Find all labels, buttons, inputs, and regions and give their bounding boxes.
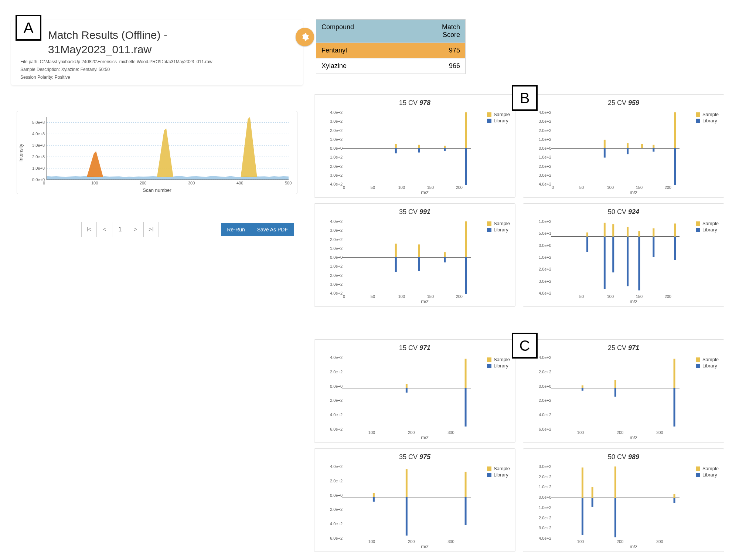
- spectrum-card: 25 CV 971SampleLibrary4.0e+22.0e+20.0e+0…: [523, 339, 724, 443]
- spectrum-title: 35 CV 991: [318, 208, 511, 216]
- match-results-table: Compound Match Score Fentanyl 975 Xylazi…: [316, 19, 466, 74]
- spectrum-grid-b: 15 CV 978SampleLibrary4.0e+23.0e+22.0e+2…: [314, 94, 724, 307]
- pager-last-button[interactable]: >I: [143, 222, 159, 237]
- panel-label-b: B: [512, 85, 538, 111]
- spectrum-plot: 4.0e+23.0e+22.0e+21.0e+20.0e+01.0e+22.0e…: [344, 112, 471, 184]
- spectrum-card: 50 CV 989SampleLibrary3.0e+22.0e+21.0e+2…: [523, 448, 724, 552]
- spectrum-xlabel: m/z: [421, 544, 429, 549]
- spectrum-grid-c: 15 CV 971SampleLibrary4.0e+22.0e+20.0e+0…: [314, 339, 724, 552]
- spectrum-card: 35 CV 991SampleLibrary4.0e+23.0e+22.0e+2…: [314, 203, 515, 307]
- legend: SampleLibrary: [487, 357, 510, 369]
- spectrum-xlabel: m/z: [630, 435, 637, 440]
- pager-prev-button[interactable]: <: [97, 222, 112, 237]
- spectrum-title: 15 CV 971: [318, 344, 511, 352]
- gear-icon: [300, 33, 309, 41]
- pager-row: I< < 1 > >I Re-Run Save As PDF: [17, 222, 297, 237]
- legend: SampleLibrary: [696, 112, 719, 124]
- legend: SampleLibrary: [487, 112, 510, 124]
- spectrum-card: 15 CV 978SampleLibrary4.0e+23.0e+22.0e+2…: [314, 94, 515, 198]
- page-title-line1: Match Results (Offline) -: [48, 28, 294, 42]
- spectrum-plot: 4.0e+23.0e+22.0e+21.0e+20.0e+01.0e+22.0e…: [553, 112, 680, 184]
- compound-score: 966: [421, 58, 465, 74]
- table-row[interactable]: Xylazine 966: [316, 58, 465, 74]
- col-compound: Compound: [316, 20, 421, 43]
- spectrum-xlabel: m/z: [421, 190, 429, 195]
- compound-score: 975: [421, 43, 465, 58]
- spectrum-plot: 1.0e+25.0e+10.0e+01.0e+22.0e+23.0e+24.0e…: [553, 221, 680, 293]
- page-title-line2: 31May2023_011.raw: [48, 42, 294, 57]
- spectrum-card: 35 CV 975SampleLibrary4.0e+22.0e+20.0e+0…: [314, 448, 515, 552]
- spectrum-title: 50 CV 924: [527, 208, 720, 216]
- spectrum-xlabel: m/z: [630, 299, 637, 304]
- spectrum-card: 50 CV 924SampleLibrary1.0e+25.0e+10.0e+0…: [523, 203, 724, 307]
- spectrum-plot: 4.0e+22.0e+20.0e+02.0e+24.0e+26.0e+21002…: [553, 357, 680, 429]
- legend: SampleLibrary: [696, 357, 719, 369]
- pager-current-page: 1: [112, 222, 128, 237]
- spectrum-card: 25 CV 959SampleLibrary4.0e+23.0e+22.0e+2…: [523, 94, 724, 198]
- match-results-header-card: Match Results (Offline) - 31May2023_011.…: [11, 20, 303, 85]
- legend: SampleLibrary: [696, 466, 719, 478]
- spectrum-xlabel: m/z: [421, 299, 429, 304]
- spectrum-title: 15 CV 978: [318, 99, 511, 107]
- chromatogram-panel: Intensity 0.0e+01.0e+82.0e+83.0e+84.0e+8…: [17, 111, 297, 194]
- pager-first-button[interactable]: I<: [81, 222, 97, 237]
- panel-label-c: C: [512, 333, 538, 359]
- spectrum-title: 50 CV 989: [527, 453, 720, 461]
- spectrum-xlabel: m/z: [630, 190, 637, 195]
- spectrum-plot: 3.0e+22.0e+21.0e+20.0e+01.0e+22.0e+23.0e…: [553, 466, 680, 538]
- table-header-row: Compound Match Score: [316, 20, 465, 43]
- sample-description-text: Sample Description: Xylazine: Fentanyl 5…: [20, 67, 294, 72]
- pager-next-button[interactable]: >: [128, 222, 143, 237]
- spectrum-xlabel: m/z: [421, 435, 429, 440]
- spectrum-title: 35 CV 975: [318, 453, 511, 461]
- legend: SampleLibrary: [487, 466, 510, 478]
- spectrum-plot: 4.0e+22.0e+20.0e+02.0e+24.0e+26.0e+21002…: [344, 357, 471, 429]
- chromatogram-plot: 0.0e+01.0e+82.0e+83.0e+84.0e+85.0e+80100…: [47, 117, 289, 180]
- save-as-pdf-button[interactable]: Save As PDF: [251, 223, 294, 236]
- chrom-xlabel: Scan number: [143, 187, 171, 193]
- pager: I< < 1 > >I: [81, 222, 159, 237]
- compound-name: Xylazine: [316, 58, 421, 74]
- panel-label-a: A: [16, 15, 41, 41]
- legend: SampleLibrary: [696, 221, 719, 233]
- col-match-score: Match Score: [421, 20, 465, 43]
- rerun-button[interactable]: Re-Run: [221, 223, 251, 236]
- compound-name: Fentanyl: [316, 43, 421, 58]
- spectrum-card: 15 CV 971SampleLibrary4.0e+22.0e+20.0e+0…: [314, 339, 515, 443]
- spectrum-xlabel: m/z: [630, 544, 637, 549]
- spectrum-title: 25 CV 959: [527, 99, 720, 107]
- spectrum-title: 25 CV 971: [527, 344, 720, 352]
- legend: SampleLibrary: [487, 221, 510, 233]
- spectrum-plot: 4.0e+23.0e+22.0e+21.0e+20.0e+01.0e+22.0e…: [344, 221, 471, 293]
- session-polarity-text: Session Polarity: Positive: [20, 75, 294, 80]
- chrom-ylabel: Intensity: [18, 143, 24, 161]
- spectrum-plot: 4.0e+22.0e+20.0e+02.0e+24.0e+26.0e+21002…: [344, 466, 471, 538]
- table-row[interactable]: Fentanyl 975: [316, 43, 465, 58]
- settings-gear-button[interactable]: [296, 28, 314, 46]
- filepath-text: File path: C:\MassLynxbackUp 240820\Fore…: [20, 59, 294, 64]
